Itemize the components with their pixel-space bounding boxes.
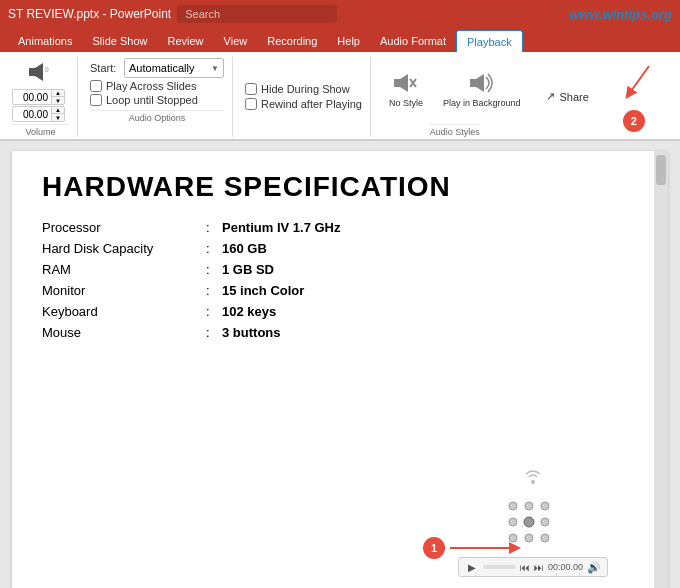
svg-marker-1 [35,63,43,81]
volume-value-2[interactable]: 00.00 [13,109,51,120]
scroll-indicator[interactable] [654,151,668,588]
tab-recording[interactable]: Recording [257,30,327,52]
ribbon-tabs: Animations Slide Show Review View Record… [0,28,680,52]
wifi-icon-area [521,465,545,488]
spec-value-0: Pentium IV 1.7 GHz [222,219,638,236]
audio-options-section: Start: Automatically ▼ Play Across Slide… [82,56,233,137]
no-style-label: No Style [389,99,423,109]
svg-point-16 [509,518,517,526]
hide-during-show-label: Hide During Show [261,83,350,95]
spec-value-4: 102 keys [222,303,638,320]
skip-forward-icon[interactable]: ⏭ [534,562,544,573]
no-style-icon [392,69,420,97]
search-input[interactable] [177,5,337,23]
spec-colon-4: : [202,303,222,320]
rewind-after-playing-checkbox[interactable] [245,98,257,110]
audio-styles-label: Audio Styles [430,124,480,137]
volume-icon[interactable]: ) ) [23,56,55,88]
hide-section: Hide During Show Rewind after Playing [237,56,371,137]
volume-value-1[interactable]: 00.00 [13,92,51,103]
progress-bar[interactable] [483,565,516,569]
title-bar-left: ST REVIEW.pptx - PowerPoint [8,5,569,23]
spin-up-1[interactable]: ▲ [52,89,64,97]
spec-key-0: Processor [42,219,202,236]
play-across-slides-label: Play Across Slides [106,80,196,92]
hide-during-show-checkbox[interactable] [245,83,257,95]
spec-key-3: Monitor [42,282,202,299]
loop-until-stopped-row: Loop until Stopped [90,94,224,106]
title-bar: ST REVIEW.pptx - PowerPoint www.wintips.… [0,0,680,28]
rewind-after-playing-row: Rewind after Playing [245,98,362,110]
title-bar-right: www.wintips.org [569,7,672,22]
volume-control: ) ) 00.00 ▲ ▼ 00.00 [12,56,65,122]
scroll-thumb[interactable] [656,155,666,185]
spec-colon-3: : [202,282,222,299]
play-in-background-label: Play in Background [443,99,521,109]
spec-value-1: 160 GB [222,240,638,257]
annotation-1-area: 1 [423,537,525,559]
svg-marker-5 [400,74,408,92]
audio-styles-section: No Style Play in Background Audio Styles [375,56,535,137]
spec-key-5: Mouse [42,324,202,341]
share-label: Share [559,91,588,103]
dropdown-arrow-icon: ▼ [211,64,219,73]
svg-line-11 [629,66,649,94]
volume-small-icon[interactable]: 🔊 [587,561,601,574]
tab-playback[interactable]: Playback [456,30,523,52]
annotation-2-area: 2 [601,56,659,137]
spin-down-1[interactable]: ▼ [52,97,64,105]
volume-content: ) ) 00.00 ▲ ▼ 00.00 [12,56,69,122]
spec-colon-5: : [202,324,222,341]
audio-area: 1 ▶ ⏮ ⏭ 00:00.00 [458,465,608,577]
rewind-after-playing-label: Rewind after Playing [261,98,362,110]
no-style-button[interactable]: No Style [383,66,429,112]
svg-point-12 [531,480,535,484]
spec-value-3: 15 inch Color [222,282,638,299]
play-in-background-button[interactable]: Play in Background [437,66,527,112]
svg-point-13 [509,502,517,510]
arrow-2-svg [609,56,659,106]
spec-table: Processor : Pentium IV 1.7 GHz Hard Disk… [42,219,638,341]
hide-during-show-row: Hide During Show [245,83,362,95]
svg-rect-4 [394,79,400,87]
svg-point-18 [541,518,549,526]
start-dropdown[interactable]: Automatically ▼ [124,58,224,78]
tab-slideshow[interactable]: Slide Show [82,30,157,52]
spin-arrows-1[interactable]: ▲ ▼ [51,89,64,105]
tab-review[interactable]: Review [157,30,213,52]
spin-up-2[interactable]: ▲ [52,106,64,114]
slide-content: HARDWARE SPECIFICATION Processor : Penti… [12,151,668,588]
wifi-icon [521,465,545,485]
tab-view[interactable]: View [214,30,258,52]
app-title: ST REVIEW.pptx - PowerPoint [8,7,171,21]
spec-colon-0: : [202,219,222,236]
slide-title: HARDWARE SPECIFICATION [42,171,638,203]
spec-key-2: RAM [42,261,202,278]
start-label: Start: [90,62,120,74]
volume-input-2[interactable]: 00.00 ▲ ▼ [12,106,65,122]
slide-area: HARDWARE SPECIFICATION Processor : Penti… [0,141,680,588]
spec-key-4: Keyboard [42,303,202,320]
spec-colon-2: : [202,261,222,278]
tab-audioformat[interactable]: Audio Format [370,30,456,52]
audio-options-label: Audio Options [90,110,224,123]
skip-back-icon[interactable]: ⏮ [520,562,530,573]
play-button[interactable]: ▶ [465,560,479,574]
tab-animations[interactable]: Animations [8,30,82,52]
volume-input-1[interactable]: 00.00 ▲ ▼ [12,89,65,105]
share-area[interactable]: ↗ Share [538,56,596,137]
play-across-slides-checkbox[interactable] [90,80,102,92]
spec-value-5: 3 buttons [222,324,638,341]
badge-2: 2 [623,110,645,132]
ribbon-wrapper: ) ) 00.00 ▲ ▼ 00.00 [0,52,680,141]
volume-label: Volume [12,124,69,137]
loop-until-stopped-checkbox[interactable] [90,94,102,106]
spin-arrows-2[interactable]: ▲ ▼ [51,106,64,122]
svg-point-15 [541,502,549,510]
arrow-1-svg [445,538,525,558]
spin-down-2[interactable]: ▼ [52,114,64,122]
tab-help[interactable]: Help [327,30,370,52]
ribbon: ) ) 00.00 ▲ ▼ 00.00 [0,52,680,140]
watermark: www.wintips.org [569,7,672,22]
play-in-background-icon [468,69,496,97]
